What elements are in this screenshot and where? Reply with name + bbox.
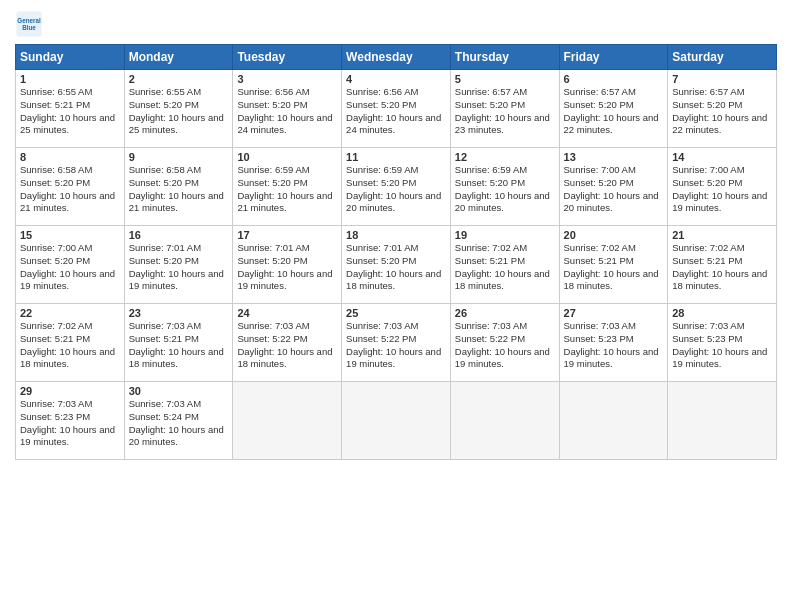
day-content: Sunrise: 7:03 AM Sunset: 5:24 PM Dayligh… [129,398,229,449]
calendar-day-cell: 19 Sunrise: 7:02 AM Sunset: 5:21 PM Dayl… [450,226,559,304]
daylight-text: Daylight: 10 hours and 19 minutes. [20,424,120,450]
sunset-text: Sunset: 5:20 PM [455,177,555,190]
calendar-day-cell [668,382,777,460]
sunrise-text: Sunrise: 6:55 AM [20,86,120,99]
day-number: 26 [455,307,555,319]
day-content: Sunrise: 6:55 AM Sunset: 5:20 PM Dayligh… [129,86,229,137]
daylight-text: Daylight: 10 hours and 18 minutes. [129,346,229,372]
daylight-text: Daylight: 10 hours and 19 minutes. [237,268,337,294]
day-number: 27 [564,307,664,319]
day-number: 10 [237,151,337,163]
sunset-text: Sunset: 5:20 PM [237,99,337,112]
day-number: 13 [564,151,664,163]
sunrise-text: Sunrise: 7:03 AM [672,320,772,333]
day-content: Sunrise: 6:57 AM Sunset: 5:20 PM Dayligh… [455,86,555,137]
sunrise-text: Sunrise: 7:01 AM [346,242,446,255]
sunrise-text: Sunrise: 6:59 AM [346,164,446,177]
sunset-text: Sunset: 5:21 PM [129,333,229,346]
sunrise-text: Sunrise: 7:03 AM [564,320,664,333]
day-content: Sunrise: 6:59 AM Sunset: 5:20 PM Dayligh… [346,164,446,215]
day-content: Sunrise: 7:01 AM Sunset: 5:20 PM Dayligh… [237,242,337,293]
sunrise-text: Sunrise: 7:02 AM [672,242,772,255]
sunrise-text: Sunrise: 7:00 AM [20,242,120,255]
day-number: 1 [20,73,120,85]
sunrise-text: Sunrise: 6:57 AM [672,86,772,99]
day-number: 6 [564,73,664,85]
calendar-day-cell: 15 Sunrise: 7:00 AM Sunset: 5:20 PM Dayl… [16,226,125,304]
day-content: Sunrise: 6:55 AM Sunset: 5:21 PM Dayligh… [20,86,120,137]
day-number: 15 [20,229,120,241]
weekday-header-row: Sunday Monday Tuesday Wednesday Thursday… [16,45,777,70]
logo-icon: General Blue [15,10,43,38]
sunset-text: Sunset: 5:20 PM [672,177,772,190]
sunset-text: Sunset: 5:20 PM [564,177,664,190]
day-number: 29 [20,385,120,397]
day-content: Sunrise: 7:03 AM Sunset: 5:23 PM Dayligh… [672,320,772,371]
calendar-day-cell: 5 Sunrise: 6:57 AM Sunset: 5:20 PM Dayli… [450,70,559,148]
header-friday: Friday [559,45,668,70]
day-content: Sunrise: 7:02 AM Sunset: 5:21 PM Dayligh… [455,242,555,293]
day-content: Sunrise: 6:58 AM Sunset: 5:20 PM Dayligh… [129,164,229,215]
sunrise-text: Sunrise: 7:02 AM [20,320,120,333]
sunrise-text: Sunrise: 7:03 AM [455,320,555,333]
sunrise-text: Sunrise: 6:59 AM [455,164,555,177]
day-content: Sunrise: 6:58 AM Sunset: 5:20 PM Dayligh… [20,164,120,215]
calendar-day-cell: 2 Sunrise: 6:55 AM Sunset: 5:20 PM Dayli… [124,70,233,148]
sunrise-text: Sunrise: 7:00 AM [564,164,664,177]
calendar-week-row: 1 Sunrise: 6:55 AM Sunset: 5:21 PM Dayli… [16,70,777,148]
sunset-text: Sunset: 5:21 PM [564,255,664,268]
sunset-text: Sunset: 5:21 PM [672,255,772,268]
daylight-text: Daylight: 10 hours and 19 minutes. [672,190,772,216]
daylight-text: Daylight: 10 hours and 18 minutes. [237,346,337,372]
calendar-day-cell [233,382,342,460]
calendar-day-cell: 14 Sunrise: 7:00 AM Sunset: 5:20 PM Dayl… [668,148,777,226]
day-number: 25 [346,307,446,319]
day-number: 4 [346,73,446,85]
sunrise-text: Sunrise: 6:57 AM [455,86,555,99]
daylight-text: Daylight: 10 hours and 22 minutes. [672,112,772,138]
calendar-day-cell: 29 Sunrise: 7:03 AM Sunset: 5:23 PM Dayl… [16,382,125,460]
calendar-day-cell: 20 Sunrise: 7:02 AM Sunset: 5:21 PM Dayl… [559,226,668,304]
daylight-text: Daylight: 10 hours and 21 minutes. [20,190,120,216]
day-content: Sunrise: 7:00 AM Sunset: 5:20 PM Dayligh… [20,242,120,293]
calendar-day-cell: 12 Sunrise: 6:59 AM Sunset: 5:20 PM Dayl… [450,148,559,226]
day-content: Sunrise: 7:03 AM Sunset: 5:22 PM Dayligh… [455,320,555,371]
sunset-text: Sunset: 5:22 PM [455,333,555,346]
sunset-text: Sunset: 5:20 PM [129,99,229,112]
sunset-text: Sunset: 5:20 PM [455,99,555,112]
calendar-day-cell: 28 Sunrise: 7:03 AM Sunset: 5:23 PM Dayl… [668,304,777,382]
sunset-text: Sunset: 5:24 PM [129,411,229,424]
daylight-text: Daylight: 10 hours and 18 minutes. [20,346,120,372]
sunset-text: Sunset: 5:20 PM [20,255,120,268]
day-content: Sunrise: 7:03 AM Sunset: 5:22 PM Dayligh… [237,320,337,371]
calendar-day-cell [559,382,668,460]
sunset-text: Sunset: 5:23 PM [672,333,772,346]
day-content: Sunrise: 7:00 AM Sunset: 5:20 PM Dayligh… [672,164,772,215]
day-content: Sunrise: 7:01 AM Sunset: 5:20 PM Dayligh… [129,242,229,293]
header-wednesday: Wednesday [342,45,451,70]
day-number: 9 [129,151,229,163]
daylight-text: Daylight: 10 hours and 25 minutes. [20,112,120,138]
calendar-day-cell: 11 Sunrise: 6:59 AM Sunset: 5:20 PM Dayl… [342,148,451,226]
day-number: 24 [237,307,337,319]
sunrise-text: Sunrise: 7:01 AM [129,242,229,255]
header: General Blue [15,10,777,38]
day-content: Sunrise: 7:02 AM Sunset: 5:21 PM Dayligh… [20,320,120,371]
daylight-text: Daylight: 10 hours and 19 minutes. [20,268,120,294]
sunrise-text: Sunrise: 6:58 AM [20,164,120,177]
sunset-text: Sunset: 5:23 PM [20,411,120,424]
header-sunday: Sunday [16,45,125,70]
day-content: Sunrise: 7:01 AM Sunset: 5:20 PM Dayligh… [346,242,446,293]
sunset-text: Sunset: 5:20 PM [20,177,120,190]
day-number: 7 [672,73,772,85]
daylight-text: Daylight: 10 hours and 19 minutes. [346,346,446,372]
sunset-text: Sunset: 5:23 PM [564,333,664,346]
header-monday: Monday [124,45,233,70]
daylight-text: Daylight: 10 hours and 18 minutes. [672,268,772,294]
day-number: 28 [672,307,772,319]
day-content: Sunrise: 7:03 AM Sunset: 5:21 PM Dayligh… [129,320,229,371]
calendar-day-cell: 16 Sunrise: 7:01 AM Sunset: 5:20 PM Dayl… [124,226,233,304]
day-content: Sunrise: 7:03 AM Sunset: 5:23 PM Dayligh… [564,320,664,371]
day-content: Sunrise: 6:59 AM Sunset: 5:20 PM Dayligh… [237,164,337,215]
day-number: 8 [20,151,120,163]
